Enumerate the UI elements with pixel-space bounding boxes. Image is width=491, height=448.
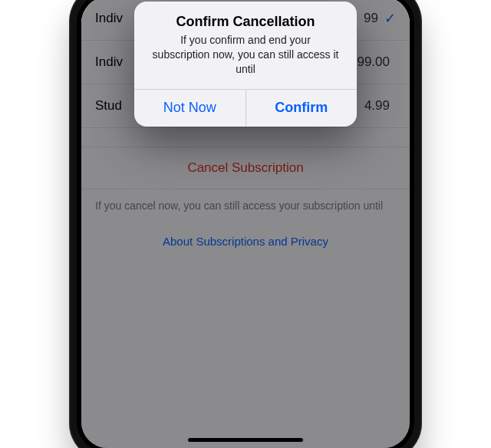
confirm-cancel-alert: Confirm Cancellation If you confirm and … <box>134 2 357 127</box>
alert-title: Confirm Cancellation <box>147 14 344 30</box>
phone-bezel: Indiv 99 ✓ Indiv 99.00 Stud 4.99 Cancel <box>77 0 414 448</box>
home-indicator[interactable] <box>188 438 303 442</box>
screen: Indiv 99 ✓ Indiv 99.00 Stud 4.99 Cancel <box>81 0 410 448</box>
alert-body: If you confirm and end your subscription… <box>151 33 340 77</box>
alert-buttons: Not Now Confirm <box>134 89 357 127</box>
not-now-button[interactable]: Not Now <box>134 90 246 127</box>
confirm-button[interactable]: Confirm <box>246 90 358 127</box>
phone-frame: Indiv 99 ✓ Indiv 99.00 Stud 4.99 Cancel <box>69 0 422 448</box>
confirm-label: Confirm <box>275 100 328 116</box>
not-now-label: Not Now <box>163 100 216 116</box>
